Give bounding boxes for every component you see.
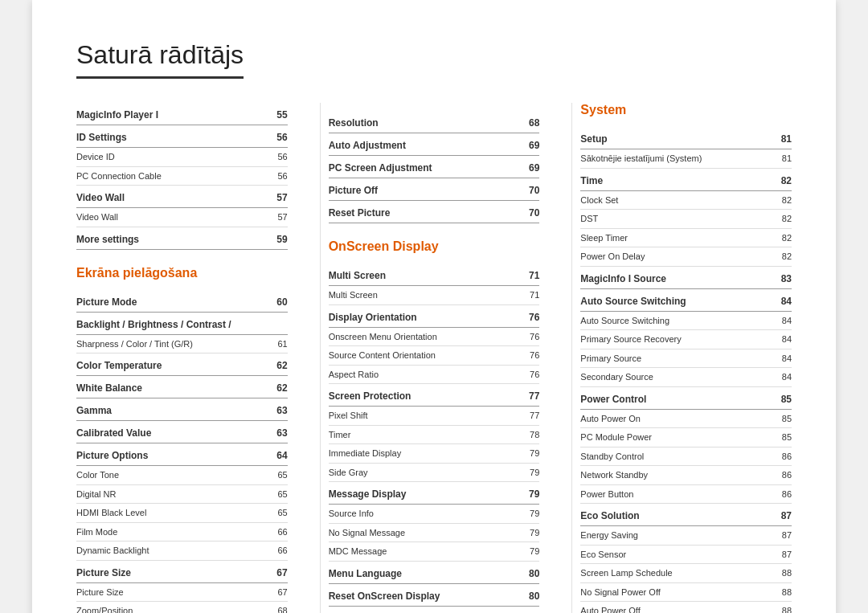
table-row: Color Tone65	[76, 466, 288, 485]
table-row: White Balance62	[76, 376, 288, 398]
row-label: Video Wall	[76, 186, 255, 208]
table-row: Sleep Timer82	[580, 228, 792, 247]
section-heading-1-2: Ekrāna pielāgošana	[76, 266, 288, 284]
toc-table-2-1: Resolution68Auto Adjustment69PC Screen A…	[329, 111, 540, 223]
table-row: Zoom/Position68	[76, 602, 288, 614]
row-label: Picture Size	[76, 582, 268, 602]
toc-table-2-2: Multi Screen71Multi Screen71Display Orie…	[329, 264, 540, 607]
section-heading-3-1: System	[580, 103, 792, 121]
row-label: PC Module Power	[580, 428, 768, 447]
row-number: 69	[512, 156, 539, 178]
table-row: Energy Saving87	[580, 526, 792, 546]
row-number: 69	[512, 133, 539, 156]
row-label: Auto Source Switching	[580, 311, 768, 330]
table-row: Primary Source84	[580, 349, 792, 368]
row-label: Pixel Shift	[329, 407, 514, 426]
row-number: 64	[268, 443, 288, 466]
row-label: Backlight / Brightness / Contrast /	[76, 312, 268, 334]
row-label: MagicInfo Player I	[76, 103, 255, 125]
table-row: Sākotnējie iestatījumi (System)81	[580, 149, 792, 169]
row-label: Resolution	[329, 111, 512, 133]
row-label: Secondary Source	[580, 368, 768, 387]
toc-table-3-1: Setup81Sākotnējie iestatījumi (System)81…	[580, 127, 792, 613]
row-label: Reset OnScreen Display	[329, 583, 514, 606]
row-number: 82	[768, 190, 792, 210]
row-label: Primary Source	[580, 349, 768, 368]
table-row: MagicInfo I Source83	[580, 266, 792, 288]
table-row: MagicInfo Player I55	[76, 103, 288, 125]
row-number: 66	[268, 541, 288, 561]
row-number: 84	[768, 288, 792, 311]
row-number: 62	[268, 376, 288, 398]
row-number	[268, 312, 288, 334]
row-label: Device ID	[76, 148, 255, 167]
row-label: Sharpness / Color / Tint (G/R)	[76, 334, 268, 353]
row-number: 57	[255, 208, 288, 227]
table-row: Immediate Display79	[329, 444, 540, 464]
row-number: 83	[768, 266, 792, 288]
row-label: Setup	[580, 127, 768, 149]
table-row: Picture Off70	[329, 178, 540, 201]
row-number: 81	[768, 149, 792, 169]
table-row: Auto Power Off88	[580, 602, 792, 614]
table-row: Calibrated Value63	[76, 421, 288, 443]
row-label: Immediate Display	[329, 444, 514, 464]
row-number: 85	[768, 409, 792, 428]
row-label: DST	[580, 210, 768, 229]
table-row: No Signal Message79	[329, 523, 540, 542]
row-number: 62	[268, 353, 288, 376]
section-heading-2-2: OnScreen Display	[329, 239, 540, 257]
row-number: 63	[268, 398, 288, 421]
table-row: Secondary Source84	[580, 368, 792, 387]
row-label: Menu Language	[329, 561, 514, 583]
table-row: No Signal Power Off88	[580, 582, 792, 602]
row-number: 56	[255, 166, 288, 186]
table-row: Picture Options64	[76, 443, 288, 466]
row-number: 68	[268, 602, 288, 614]
table-row: Video Wall57	[76, 208, 288, 227]
table-row: Standby Control86	[580, 447, 792, 466]
table-row: Clock Set82	[580, 190, 792, 210]
table-row: Time82	[580, 168, 792, 190]
row-label: Zoom/Position	[76, 602, 268, 614]
row-number: 57	[255, 186, 288, 208]
row-number: 63	[268, 421, 288, 443]
row-label: Gamma	[76, 398, 268, 421]
row-number: 85	[768, 386, 792, 409]
row-number: 80	[514, 561, 539, 583]
row-number: 86	[768, 466, 792, 485]
row-number: 79	[514, 444, 539, 464]
table-row: Auto Source Switching84	[580, 288, 792, 311]
row-label: No Signal Message	[329, 523, 514, 542]
table-row: Screen Lamp Schedule88	[580, 564, 792, 583]
row-number: 88	[768, 602, 792, 614]
table-row: Aspect Ratio76	[329, 365, 540, 384]
row-number: 76	[514, 365, 539, 384]
table-row: HDMI Black Level65	[76, 504, 288, 523]
row-label: Clock Set	[580, 190, 768, 210]
table-row: Video Wall57	[76, 186, 288, 208]
row-label: Screen Protection	[329, 384, 514, 407]
row-number: 88	[768, 564, 792, 583]
table-row: Screen Protection77	[329, 384, 540, 407]
row-label: Side Gray	[329, 463, 514, 482]
row-label: Eco Sensor	[580, 545, 768, 564]
row-label: Power On Delay	[580, 247, 768, 267]
row-number: 84	[768, 311, 792, 330]
table-row: Eco Sensor87	[580, 545, 792, 564]
column-divider	[320, 103, 321, 613]
table-row: Eco Solution87	[580, 504, 792, 526]
row-label: Network Standby	[580, 466, 768, 485]
row-number: 86	[768, 447, 792, 466]
row-number: 61	[268, 334, 288, 353]
row-number: 82	[768, 168, 792, 190]
table-row: Backlight / Brightness / Contrast /	[76, 312, 288, 334]
row-number: 82	[768, 210, 792, 229]
row-label: Film Mode	[76, 522, 268, 541]
table-row: PC Screen Adjustment69	[329, 156, 540, 178]
row-label: Picture Mode	[76, 290, 268, 313]
row-label: Reset Picture	[329, 201, 512, 223]
row-number: 65	[268, 504, 288, 523]
row-label: White Balance	[76, 376, 268, 398]
table-row: Auto Adjustment69	[329, 133, 540, 156]
